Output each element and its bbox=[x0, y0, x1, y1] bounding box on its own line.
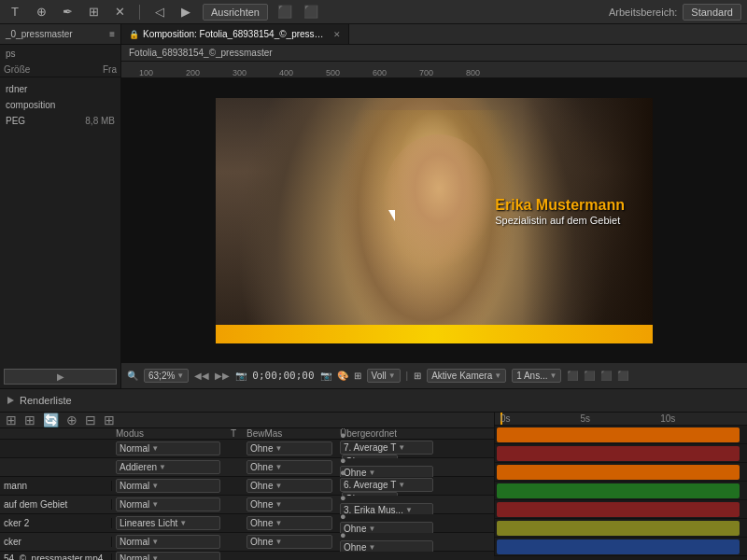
layer-modus-6: Normal▼ bbox=[112, 552, 224, 560]
layer-modus-0: Normal▼ bbox=[112, 441, 224, 455]
bewmas-dropdown-1[interactable]: Ohne▼ bbox=[247, 460, 332, 474]
track-row-3 bbox=[495, 482, 747, 500]
comp-panel: 🔒 Komposition: Fotolia_68938154_©_pressm… bbox=[121, 24, 747, 388]
bewmas-dropdown-4[interactable]: Ohne▼ bbox=[247, 516, 332, 530]
layer-uber-5: ● Ohne▼ bbox=[336, 529, 476, 554]
track-clip-1 bbox=[497, 446, 740, 461]
tl-icon-5[interactable]: ⊟ bbox=[85, 413, 96, 427]
timeline-right: 0s 5s 10s bbox=[495, 413, 747, 556]
tool-icon-3[interactable]: ✒ bbox=[58, 4, 77, 21]
bewmas-dropdown-3[interactable]: Ohne▼ bbox=[247, 497, 332, 511]
layer-name-3: auf dem Gebiet bbox=[0, 499, 112, 510]
left-panel-col-headers: Größe Fra bbox=[0, 63, 120, 77]
render-bar-expand-icon[interactable] bbox=[7, 397, 14, 404]
view-icon-1[interactable]: ⬛ bbox=[567, 371, 578, 381]
comp-filename-bar: Fotolia_68938154_©_pressmaster bbox=[121, 45, 747, 62]
modus-dropdown-3[interactable]: Normal▼ bbox=[116, 497, 220, 511]
eye-icon-4: ● bbox=[340, 511, 346, 522]
table-row: 54_©_pressmaster.mp4 Normal▼ bbox=[0, 552, 494, 560]
tool-icon-2[interactable]: ⊕ bbox=[32, 4, 50, 21]
track-clip-2 bbox=[497, 465, 740, 480]
quality-dropdown[interactable]: Voll ▼ bbox=[367, 369, 401, 383]
comp-viewport[interactable]: Erika Mustermann Spezialistin auf dem Ge… bbox=[121, 78, 747, 362]
left-panel-menu-icon[interactable]: ≡ bbox=[109, 29, 115, 39]
comp-bottom-bar: 🔍 63;2% ▼ ◀◀ ▶▶ 📷 0;00;00;00 📷 🎨 ⊞ Voll … bbox=[121, 362, 747, 388]
view-dropdown[interactable]: 1 Ans... ▼ bbox=[512, 369, 561, 383]
snapshot-icon[interactable]: 📷 bbox=[320, 371, 331, 381]
camera-dropdown[interactable]: Aktive Kamera ▼ bbox=[427, 369, 506, 383]
tl-icon-3[interactable]: 🔄 bbox=[43, 413, 59, 427]
uber-dropdown-0[interactable]: 7. Average T▼ bbox=[340, 441, 433, 455]
layer-bewmas-5: Ohne▼ bbox=[243, 535, 336, 549]
ruler-tick-100: 100 bbox=[139, 68, 153, 77]
comp-tab-main[interactable]: 🔒 Komposition: Fotolia_68938154_©_pressm… bbox=[121, 24, 349, 44]
track-clip-5 bbox=[497, 521, 740, 536]
video-frame: Erika Mustermann Spezialistin auf dem Ge… bbox=[216, 98, 653, 343]
main-area: _0_pressmaster ≡ ps Größe Fra rdner comp… bbox=[0, 24, 747, 388]
video-person-name: Erika Mustermann bbox=[495, 196, 625, 216]
ausrichten-button[interactable]: Ausrichten bbox=[203, 4, 268, 21]
text-tool-icon[interactable]: T bbox=[6, 4, 24, 21]
view-icon-2[interactable]: ⬛ bbox=[584, 371, 595, 381]
track-clip-6 bbox=[497, 539, 740, 554]
ruler-tick-800: 800 bbox=[466, 68, 480, 77]
bewmas-dropdown-0[interactable]: Ohne▼ bbox=[247, 441, 332, 455]
tool-icon-6[interactable]: ◁ bbox=[150, 4, 169, 21]
tl-track-rows bbox=[495, 426, 747, 556]
modus-dropdown-5[interactable]: Normal▼ bbox=[116, 535, 220, 549]
tl-icon-2[interactable]: ⊞ bbox=[24, 413, 35, 427]
workspace-standard-button[interactable]: Standard bbox=[683, 4, 741, 21]
eye-icon-2: ● bbox=[340, 467, 346, 478]
render-bar: Renderliste bbox=[0, 388, 747, 413]
tool-icon-7[interactable]: ▶ bbox=[176, 4, 195, 21]
zoom-dropdown[interactable]: 63;2% ▼ bbox=[144, 369, 189, 383]
checkerboard-icon: ⊞ bbox=[414, 371, 421, 381]
tl-modus-header: Modus bbox=[112, 428, 224, 439]
left-panel-bottom-btn[interactable]: ▶ bbox=[4, 369, 117, 385]
layer-modus-3: Normal▼ bbox=[112, 497, 224, 511]
left-panel-section: ps bbox=[0, 45, 120, 63]
video-person-subtitle: Spezialistin auf dem Gebiet bbox=[495, 215, 625, 226]
ruler-ticks: 100 200 300 400 500 600 700 800 bbox=[125, 62, 743, 77]
track-row-5 bbox=[495, 519, 747, 538]
bewmas-dropdown-5[interactable]: Ohne▼ bbox=[247, 535, 332, 549]
zoom-icon: 🔍 bbox=[127, 371, 138, 381]
modus-dropdown-4[interactable]: Lineares Licht▼ bbox=[116, 516, 220, 530]
comp-tab-close-icon[interactable]: ✕ bbox=[333, 30, 341, 39]
view-icon-4[interactable]: ⬛ bbox=[617, 371, 628, 381]
left-file-item-folder[interactable]: rdner bbox=[0, 81, 120, 97]
bewmas-dropdown-2[interactable]: Ohne▼ bbox=[247, 479, 332, 493]
tl-icon-4[interactable]: ⊕ bbox=[66, 413, 78, 427]
track-clip-0 bbox=[497, 427, 740, 442]
nav-icon-prev[interactable]: ◀◀ bbox=[194, 371, 209, 381]
render-bar-label: Renderliste bbox=[20, 395, 72, 406]
tool-icon-5[interactable]: ✕ bbox=[110, 4, 129, 21]
track-row-1 bbox=[495, 444, 747, 463]
modus-dropdown-1[interactable]: Addieren▼ bbox=[116, 460, 220, 474]
time-label-0: 0s bbox=[500, 413, 511, 424]
tool-icon-9[interactable]: ⬛ bbox=[302, 4, 320, 21]
modus-dropdown-6[interactable]: Normal▼ bbox=[116, 552, 220, 560]
time-label-1: 5s bbox=[581, 413, 591, 424]
separator: | bbox=[406, 371, 409, 381]
modus-dropdown-0[interactable]: Normal▼ bbox=[116, 441, 220, 455]
left-file-item-comp[interactable]: composition bbox=[0, 97, 120, 113]
uber-dropdown-2[interactable]: 6. Average T▼ bbox=[340, 478, 433, 492]
tl-icon-1[interactable]: ⊞ bbox=[6, 413, 17, 427]
nav-icon-next[interactable]: ▶▶ bbox=[215, 371, 230, 381]
modus-dropdown-2[interactable]: Normal▼ bbox=[116, 479, 220, 493]
tl-icon-6[interactable]: ⊞ bbox=[104, 413, 115, 427]
view-icon-3[interactable]: ⬛ bbox=[600, 371, 612, 381]
left-file-item-jpeg[interactable]: PEG 8,8 MB bbox=[0, 113, 120, 129]
grid-icon: ⊞ bbox=[354, 371, 361, 381]
tool-icon-8[interactable]: ⬛ bbox=[275, 4, 294, 21]
comp-filename: Fotolia_68938154_©_pressmaster bbox=[129, 48, 273, 58]
ruler-tick-400: 400 bbox=[279, 68, 293, 77]
ruler-tick-300: 300 bbox=[233, 68, 247, 77]
tool-icon-4[interactable]: ⊞ bbox=[84, 4, 103, 21]
video-text-overlay: Erika Mustermann Spezialistin auf dem Ge… bbox=[495, 196, 625, 227]
timeline-header: ⊞ ⊞ 🔄 ⊕ ⊟ ⊞ bbox=[0, 413, 494, 428]
comp-ruler: 100 200 300 400 500 600 700 800 bbox=[121, 62, 747, 78]
track-row-0 bbox=[495, 426, 747, 444]
layer-modus-5: Normal▼ bbox=[112, 535, 224, 549]
